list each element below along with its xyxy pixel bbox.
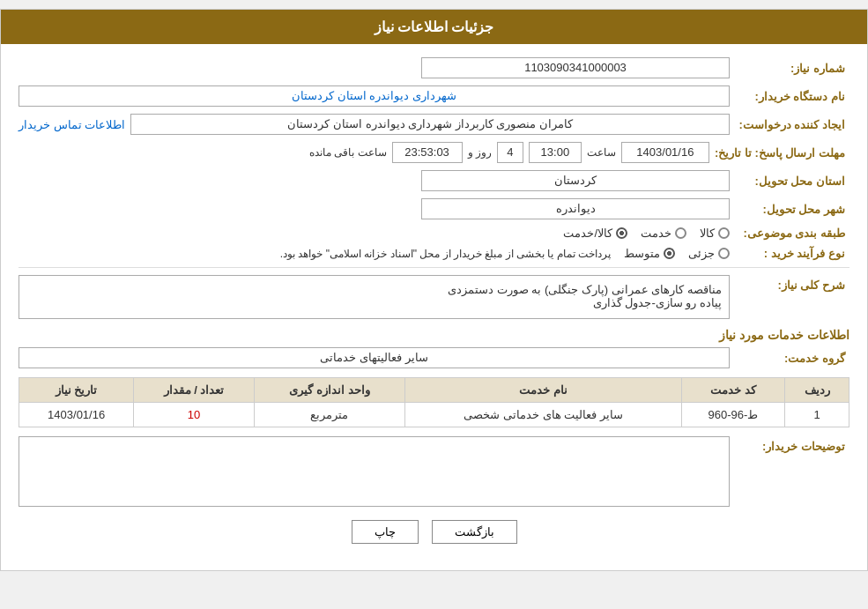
tabaghe-kala-item: کالا — [700, 227, 730, 240]
tosihiat-textarea[interactable] — [19, 436, 730, 507]
noe-farayand-row: نوع فرآیند خرید : جزئی متوسط پرداخت تمام… — [19, 247, 849, 260]
buttons-row: بازگشت چاپ — [19, 520, 849, 544]
tabaghe-kala-label: کالا — [700, 227, 715, 240]
ostan-row: استان محل تحویل: کردستان — [19, 170, 849, 191]
ostan-label: استان محل تحویل: — [735, 175, 849, 188]
ejad-konande-row: ایجاد کننده درخواست: کامران منصوری کاربر… — [19, 114, 849, 135]
mottavaset-label: متوسط — [624, 247, 660, 260]
ejad-konande-value: کامران منصوری کاربرداز شهرداری دیواندره … — [130, 114, 730, 135]
col-tarikh: تاریخ نیاز — [19, 378, 134, 403]
jozii-item: جزئی — [688, 247, 730, 260]
mottavaset-item: متوسط — [624, 247, 675, 260]
page-header: جزئیات اطلاعات نیاز — [1, 10, 867, 44]
shahr-value: دیواندره — [421, 198, 730, 219]
col-tedad: تعداد / مقدار — [134, 378, 254, 403]
noe-farayand-label: نوع فرآیند خرید : — [735, 247, 849, 260]
mohlat-label: مهلت ارسال پاسخ: تا تاریخ: — [715, 146, 849, 160]
cell-tedad: 10 — [134, 403, 254, 427]
tosihiat-label: توضیحات خریدار: — [735, 436, 849, 453]
services-table: ردیف کد خدمت نام خدمت واحد اندازه گیری ت… — [19, 377, 849, 427]
sharh-label: شرح کلی نیاز: — [735, 275, 849, 292]
services-table-section: ردیف کد خدمت نام خدمت واحد اندازه گیری ت… — [19, 377, 849, 427]
back-button[interactable]: بازگشت — [432, 520, 517, 544]
col-nam: نام خدمت — [405, 378, 681, 403]
jozii-radio[interactable] — [718, 248, 730, 259]
tabaghe-label: طبقه بندی موضوعی: — [735, 227, 849, 240]
farayand-note: پرداخت تمام یا بخشی از مبلغ خریدار از مح… — [19, 248, 611, 260]
tosihiat-row: توضیحات خریدار: — [19, 436, 849, 507]
tabaghe-kala-khadamat-radio[interactable] — [616, 227, 627, 239]
col-radif: ردیف — [785, 378, 849, 403]
shahr-label: شهر محل تحویل: — [735, 203, 849, 216]
date-value: 1403/01/16 — [621, 142, 709, 163]
col-vahed: واحد اندازه گیری — [254, 378, 405, 403]
ejad-konande-label: ایجاد کننده درخواست: — [735, 118, 849, 131]
shomare-niaz-row: شماره نیاز: 1103090341000003 — [19, 57, 849, 78]
grohe-khadamat-value: سایر فعالیتهای خدماتی — [19, 347, 730, 368]
col-kod: کد خدمت — [681, 378, 784, 403]
tabaghe-kala-khadamat-label: کالا/خدمت — [563, 227, 612, 240]
baghimande-label: ساعت باقی مانده — [309, 146, 387, 159]
sharh-row: شرح کلی نیاز: مناقصه کارهای عمرانی (پارک… — [19, 275, 849, 319]
nam-dastgah-label: نام دستگاه خریدار: — [735, 90, 849, 103]
datetime-group: 1403/01/16 ساعت 13:00 4 روز و 23:53:03 س… — [19, 142, 709, 163]
page-title: جزئیات اطلاعات نیاز — [375, 19, 494, 34]
tabaghe-khadamat-radio[interactable] — [675, 227, 686, 239]
mohlat-row: مهلت ارسال پاسخ: تا تاریخ: 1403/01/16 سا… — [19, 142, 849, 163]
print-button[interactable]: چاپ — [352, 520, 419, 544]
cell-nam: سایر فعالیت های خدماتی شخصی — [405, 403, 681, 427]
nam-dastgah-row: نام دستگاه خریدار: شهرداری دیواندره استا… — [19, 85, 849, 107]
tabaghe-row: طبقه بندی موضوعی: کالا خدمت کالا/خدمت — [19, 227, 849, 240]
roz-value: 4 — [497, 142, 523, 163]
cell-tarikh: 1403/01/16 — [19, 403, 134, 427]
grohe-khadamat-label: گروه خدمت: — [735, 352, 849, 365]
baghimande-value: 23:53:03 — [392, 142, 463, 163]
tabaghe-kala-radio[interactable] — [718, 227, 730, 239]
grohe-khadamat-row: گروه خدمت: سایر فعالیتهای خدماتی — [19, 347, 849, 368]
saat-label: ساعت — [587, 146, 616, 159]
cell-vahed: مترمربع — [254, 403, 405, 427]
shomare-niaz-value: 1103090341000003 — [421, 57, 730, 78]
cell-radif: 1 — [785, 403, 849, 427]
tabaghe-radio-group: کالا خدمت کالا/خدمت — [19, 227, 730, 240]
tabaghe-kala-khadamat-item: کالا/خدمت — [563, 227, 627, 240]
noe-farayand-radio-group: جزئی متوسط پرداخت تمام یا بخشی از مبلغ خ… — [19, 247, 730, 260]
tabaghe-khadamat-item: خدمت — [641, 227, 686, 240]
shahr-row: شهر محل تحویل: دیواندره — [19, 198, 849, 219]
jozii-label: جزئی — [688, 247, 715, 260]
ejad-konande-link[interactable]: اطلاعات تماس خریدار — [19, 118, 125, 131]
nam-dastgah-value: شهرداری دیواندره استان کردستان — [19, 85, 730, 107]
shomare-niaz-label: شماره نیاز: — [735, 62, 849, 75]
roz-label: روز و — [468, 146, 492, 159]
khadamat-section-title: اطلاعات خدمات مورد نیاز — [19, 328, 849, 342]
sharh-value: مناقصه کارهای عمرانی (پارک جنگلی) به صور… — [19, 275, 730, 319]
mottavaset-radio[interactable] — [664, 248, 675, 259]
saat-value: 13:00 — [529, 142, 582, 163]
tabaghe-khadamat-label: خدمت — [641, 227, 671, 240]
ostan-value: کردستان — [421, 170, 730, 191]
cell-kod: ط-96-960 — [681, 403, 784, 427]
table-row: 1 ط-96-960 سایر فعالیت های خدماتی شخصی م… — [19, 403, 849, 427]
